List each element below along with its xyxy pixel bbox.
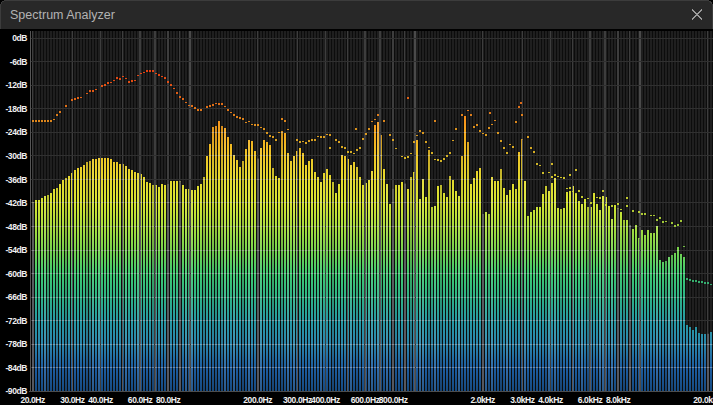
- svg-text:-24dB: -24dB: [5, 127, 27, 137]
- svg-text:60.0Hz: 60.0Hz: [128, 395, 153, 405]
- svg-text:3.0kHz: 3.0kHz: [510, 395, 535, 405]
- svg-text:-36dB: -36dB: [5, 175, 27, 185]
- svg-text:400.0Hz: 400.0Hz: [311, 395, 340, 405]
- svg-text:-54dB: -54dB: [5, 245, 27, 255]
- svg-text:30.0Hz: 30.0Hz: [60, 395, 85, 405]
- svg-text:-48dB: -48dB: [5, 222, 27, 232]
- svg-text:0dB: 0dB: [12, 33, 27, 43]
- svg-text:-42dB: -42dB: [5, 198, 27, 208]
- svg-text:4.0kHz: 4.0kHz: [538, 395, 563, 405]
- svg-text:Spectrum Analyzer: Spectrum Analyzer: [10, 8, 115, 22]
- svg-text:-6dB: -6dB: [10, 57, 28, 67]
- svg-text:20.0Hz: 20.0Hz: [20, 395, 45, 405]
- svg-text:40.0Hz: 40.0Hz: [88, 395, 113, 405]
- svg-text:-12dB: -12dB: [5, 80, 27, 90]
- svg-text:8.0kHz: 8.0kHz: [606, 395, 631, 405]
- svg-text:-78dB: -78dB: [5, 339, 27, 349]
- svg-text:-72dB: -72dB: [5, 316, 27, 326]
- svg-text:2.0kHz: 2.0kHz: [470, 395, 495, 405]
- svg-text:-60dB: -60dB: [5, 269, 27, 279]
- svg-text:-30dB: -30dB: [5, 151, 27, 161]
- svg-text:80.0Hz: 80.0Hz: [156, 395, 181, 405]
- svg-text:600.0Hz: 600.0Hz: [351, 395, 380, 405]
- svg-text:-84dB: -84dB: [5, 363, 27, 373]
- svg-text:20.0kHz: 20.0kHz: [693, 395, 713, 405]
- svg-text:6.0kHz: 6.0kHz: [578, 395, 603, 405]
- svg-text:200.0Hz: 200.0Hz: [243, 395, 272, 405]
- svg-text:800.0Hz: 800.0Hz: [379, 395, 408, 405]
- svg-text:-18dB: -18dB: [5, 104, 27, 114]
- svg-text:300.0Hz: 300.0Hz: [283, 395, 312, 405]
- svg-text:-66dB: -66dB: [5, 292, 27, 302]
